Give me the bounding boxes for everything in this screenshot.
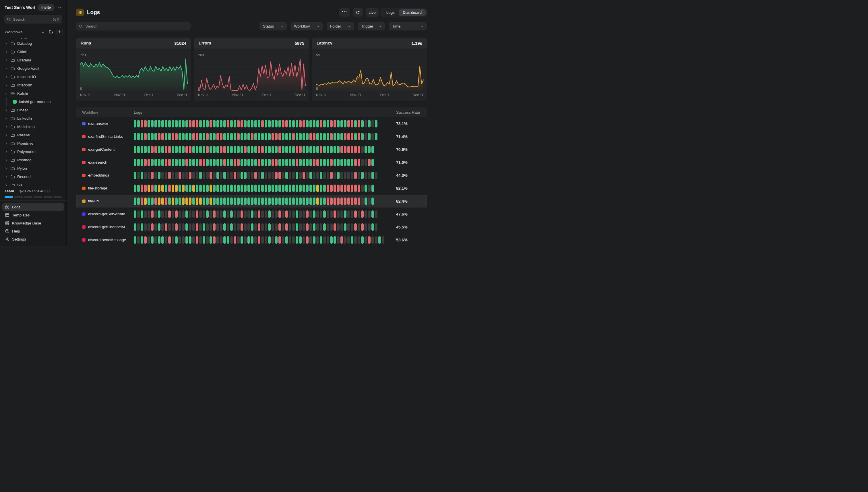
filter-trigger[interactable]: Trigger xyxy=(358,22,385,30)
log-pill xyxy=(206,197,209,205)
table-row[interactable]: exa-getContent70.6% xyxy=(76,143,427,156)
filter-folder[interactable]: Folder xyxy=(327,22,354,30)
filter-time[interactable]: Time xyxy=(389,22,427,30)
folder-item[interactable]: LinkedIn xyxy=(2,114,64,123)
add-workflow-button[interactable] xyxy=(56,29,63,35)
log-pill xyxy=(168,146,171,153)
table-row[interactable]: exa-answer73.1% xyxy=(76,117,427,130)
log-pill xyxy=(292,211,295,218)
log-pill xyxy=(275,236,278,244)
workspace-chevron-down-icon[interactable] xyxy=(57,5,62,10)
log-pill xyxy=(254,184,257,192)
table-row[interactable]: file-url82.4% xyxy=(76,195,427,207)
log-pill xyxy=(141,184,143,192)
log-pill xyxy=(196,172,198,179)
new-folder-icon[interactable] xyxy=(48,29,54,35)
view-toggle-logs[interactable]: Logs xyxy=(382,9,399,16)
log-pill xyxy=(220,184,222,192)
stat-card-header: Latency1.19s xyxy=(312,38,427,49)
log-pill xyxy=(289,211,291,218)
success-rate-value: 47.6% xyxy=(396,212,421,217)
log-pill xyxy=(275,133,278,140)
folder-label: Linear xyxy=(17,108,28,112)
folder-item[interactable]: Kalshi xyxy=(2,89,64,98)
more-options-button[interactable]: ··· xyxy=(339,8,350,17)
folder-item[interactable]: Pylon xyxy=(2,164,64,173)
folder-item[interactable]: Mailchimp xyxy=(2,123,64,131)
log-pill xyxy=(241,120,243,127)
folder-item[interactable]: Intercom xyxy=(2,81,64,89)
folder-item[interactable]: Pipedrive xyxy=(2,139,64,148)
folder-item[interactable]: Parallel xyxy=(2,131,64,139)
nav-item-settings[interactable]: Settings xyxy=(2,235,64,243)
folder-item[interactable]: Linear xyxy=(2,106,64,114)
log-pill xyxy=(151,172,154,179)
nav-item-logs[interactable]: Logs xyxy=(2,203,64,211)
nav-item-templates[interactable]: Templates xyxy=(2,211,64,219)
table-row[interactable]: embeddings44.3% xyxy=(76,169,427,182)
log-pill xyxy=(268,172,271,179)
log-pill xyxy=(172,211,174,218)
table-row[interactable]: discord-getServerInfo…47.6% xyxy=(76,207,427,220)
sort-descending-icon[interactable] xyxy=(41,29,46,34)
view-toggle-dashboard[interactable]: Dashboard xyxy=(399,9,426,16)
folder-item[interactable]: Posthog xyxy=(2,156,64,164)
log-pill xyxy=(371,172,374,179)
log-pill xyxy=(158,133,160,140)
log-pill xyxy=(144,184,147,192)
folder-item[interactable]: S3 xyxy=(2,181,64,186)
log-pill xyxy=(265,159,267,166)
log-pill xyxy=(234,197,236,205)
log-pill xyxy=(316,184,319,192)
invite-button[interactable]: Invite xyxy=(38,4,54,11)
log-pill xyxy=(265,197,267,205)
log-pill xyxy=(189,197,192,205)
table-row[interactable]: exa-search71.0% xyxy=(76,156,427,169)
log-pill xyxy=(306,236,308,244)
log-pill xyxy=(320,197,322,205)
log-pill xyxy=(358,223,360,231)
log-pill xyxy=(206,184,209,192)
log-pill xyxy=(148,172,150,179)
nav-item-help[interactable]: Help xyxy=(2,227,64,235)
log-pill xyxy=(306,146,308,153)
log-pill xyxy=(268,223,271,231)
log-pill xyxy=(175,236,178,244)
table-row[interactable]: file-storage82.1% xyxy=(76,182,427,195)
log-pill xyxy=(148,133,150,140)
log-pill xyxy=(309,172,312,179)
table-row[interactable]: discord-sendMessage53.6% xyxy=(76,233,427,246)
folder-item[interactable]: Incident IO xyxy=(2,73,64,81)
log-pill xyxy=(185,172,188,179)
log-pill xyxy=(289,133,291,140)
log-pill xyxy=(182,146,184,153)
log-pill xyxy=(285,184,288,192)
folder-item[interactable]: Polymarket xyxy=(2,148,64,156)
log-pill xyxy=(234,146,236,153)
live-button[interactable]: Live xyxy=(366,8,379,17)
table-row[interactable]: discord-getChannelM…45.5% xyxy=(76,220,427,233)
logs-search-input[interactable]: Search xyxy=(76,22,191,30)
log-pill xyxy=(185,146,188,153)
sidebar-search-input[interactable]: Search ⌘K xyxy=(4,15,62,24)
log-pill xyxy=(172,159,174,166)
log-pill xyxy=(192,211,195,218)
workflow-name: file-url xyxy=(88,199,99,203)
log-pill xyxy=(230,197,233,205)
log-pill xyxy=(244,197,247,205)
stat-card-title: Latency xyxy=(317,41,332,45)
filter-label: Time xyxy=(392,24,401,28)
log-pill xyxy=(182,223,184,231)
folder-item[interactable]: Grafana xyxy=(2,56,64,64)
log-pill xyxy=(220,146,222,153)
nav-item-knowledge-base[interactable]: Knowledge Base xyxy=(2,219,64,227)
folder-item[interactable]: Datadog xyxy=(2,39,64,48)
filter-workflow[interactable]: Workflow xyxy=(291,22,323,30)
filter-status[interactable]: Status xyxy=(259,22,287,30)
folder-item[interactable]: Gitlab xyxy=(2,48,64,56)
workflow-item[interactable]: kalshi-get-markets xyxy=(2,98,64,106)
table-row[interactable]: exa-findSimilarLinks71.4% xyxy=(76,130,427,143)
refresh-button[interactable] xyxy=(353,8,363,17)
folder-item[interactable]: Google Vault xyxy=(2,64,64,73)
folder-item[interactable]: Resend xyxy=(2,173,64,181)
